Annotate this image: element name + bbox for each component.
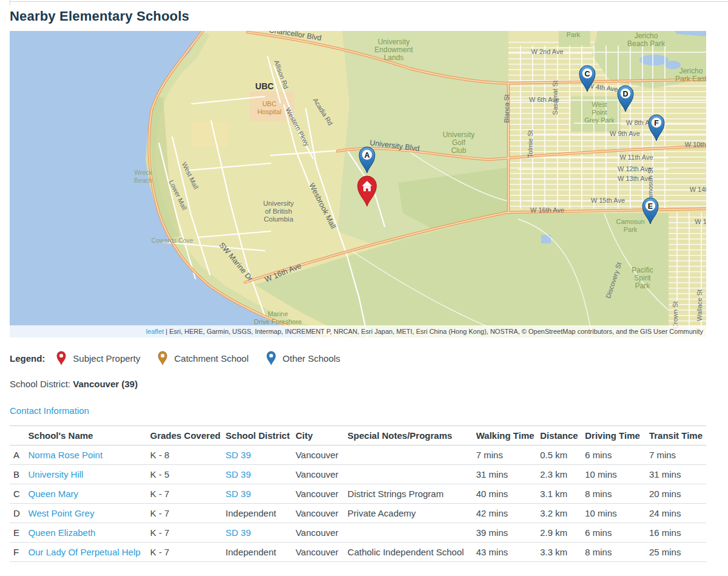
school-notes: Catholic Independent School — [348, 543, 476, 562]
column-header-grades-covered: Grades Covered — [150, 426, 226, 446]
map-label: Blanca St — [503, 94, 510, 123]
school-driving-time: 6 mins — [585, 523, 649, 543]
school-letter: A — [10, 446, 29, 465]
legend-item-catchment-school: Catchment School — [157, 350, 249, 366]
map-label: W 2nd Ave — [531, 48, 564, 55]
map-legend: Legend: Subject PropertyCatchment School… — [10, 350, 728, 366]
school-district-link[interactable]: SD 39 — [226, 489, 251, 499]
column-header-letter — [10, 426, 29, 446]
contact-information-link[interactable]: Contact Information — [10, 405, 89, 416]
school-district-link[interactable]: SD 39 — [226, 527, 251, 538]
column-header-city: City — [295, 426, 348, 446]
column-header-school-district: School District — [226, 426, 295, 446]
column-header-walking-time: Walking Time — [476, 426, 540, 446]
map-label: Crown St — [672, 301, 679, 328]
school-name-link[interactable]: Queen Elizabeth — [29, 527, 96, 538]
schools-table: School's NameGrades CoveredSchool Distri… — [10, 425, 706, 562]
page-title: Nearby Elementary Schools — [10, 8, 728, 24]
school-grades: K - 7 — [150, 484, 226, 504]
campus-block — [192, 122, 228, 146]
column-header-distance: Distance — [540, 426, 585, 446]
school-row-a: ANorma Rose PointK - 8SD 39Vancouver7 mi… — [10, 446, 706, 465]
school-city: Vancouver — [295, 484, 348, 504]
map-label: W 1 — [695, 218, 706, 225]
school-district-label: School District: — [10, 379, 73, 389]
school-grades: K - 7 — [150, 523, 226, 543]
column-header-school-s-name: School's Name — [29, 426, 150, 446]
map-label: W 11th Ave — [619, 154, 653, 161]
map-label: Sasamat St — [551, 81, 559, 115]
school-city: Vancouver — [295, 465, 348, 484]
jericho-pond — [639, 55, 669, 66]
legend-item-subject-property: Subject Property — [56, 350, 140, 366]
school-driving-time: 10 mins — [585, 504, 649, 523]
school-name-link[interactable]: Our Lady Of Perpetual Help — [29, 547, 141, 557]
svg-text:A: A — [364, 151, 369, 160]
school-city: Vancouver — [295, 523, 348, 543]
column-header-transit-time: Transit Time — [649, 426, 706, 446]
school-district-link[interactable]: SD 39 — [226, 450, 251, 460]
school-driving-time: 6 mins — [585, 446, 649, 465]
school-distance: 2.3 km — [540, 465, 585, 484]
school-letter: B — [10, 465, 29, 484]
school-letter: E — [10, 523, 29, 543]
school-walking-time: 7 mins — [476, 446, 540, 465]
school-transit-time: 20 mins — [649, 484, 706, 504]
school-distance: 3.2 km — [540, 504, 585, 523]
map-label: Tolmie St — [527, 130, 534, 157]
map-label: Wallace St — [696, 290, 703, 321]
map-label: W 9th Ave — [610, 130, 640, 137]
school-transit-time: 24 mins — [649, 504, 706, 523]
school-distance: 3.1 km — [540, 484, 585, 504]
legend-title: Legend: — [10, 353, 45, 364]
map-label: UBC — [255, 81, 274, 91]
school-transit-time: 7 mins — [649, 446, 706, 465]
legend-item-label: Catchment School — [174, 353, 249, 364]
school-district-link[interactable]: SD 39 — [226, 469, 251, 479]
schools-map[interactable]: Chancellor BlvdUniversityEndowmentLandsW… — [10, 31, 706, 337]
school-name-link[interactable]: Norma Rose Point — [29, 450, 103, 460]
leaflet-link[interactable]: leaflet — [146, 328, 164, 335]
school-notes — [348, 465, 476, 484]
map-label: JerichoPark East — [675, 67, 706, 83]
school-notes — [348, 523, 476, 543]
school-grades: K - 8 — [150, 446, 226, 465]
school-driving-time: 8 mins — [585, 484, 649, 504]
school-transit-time: 31 mins — [649, 465, 706, 484]
school-name-link[interactable]: Queen Mary — [29, 489, 79, 499]
school-notes — [348, 446, 476, 465]
school-city: Vancouver — [295, 446, 348, 465]
school-distance: 3.3 km — [540, 543, 585, 562]
school-driving-time: 10 mins — [585, 465, 649, 484]
subject-property-pin-icon — [56, 350, 67, 366]
school-walking-time: 42 mins — [476, 504, 540, 523]
school-distance: 0.5 km — [540, 446, 585, 465]
school-walking-time: 31 mins — [476, 465, 540, 484]
school-row-c: CQueen MaryK - 7SD 39VancouverDistrict S… — [10, 484, 706, 504]
map-attribution: leaflet | Esri, HERE, Garmin, USGS, Inte… — [10, 325, 706, 337]
column-header-driving-time: Driving Time — [585, 426, 649, 446]
school-letter: C — [10, 484, 29, 504]
attribution-text: Esri, HERE, Garmin, USGS, Intermap, INCR… — [169, 328, 703, 335]
school-name-link[interactable]: University Hill — [29, 469, 84, 479]
attribution-separator: | — [164, 328, 169, 335]
school-walking-time: 43 mins — [476, 543, 540, 562]
column-header-special-notes-programs: Special Notes/Programs — [348, 426, 476, 446]
map-label: W 15th Ave — [591, 197, 625, 204]
jericho-pond-2 — [665, 61, 681, 69]
map-label: Park — [567, 31, 581, 38]
svg-text:E: E — [648, 202, 653, 211]
map-label: Cowards Cove — [152, 237, 194, 244]
school-district-text: Independent — [226, 504, 295, 523]
map-label: Universityof BritishColumbia — [263, 200, 294, 223]
school-name-link[interactable]: West Point Grey — [29, 508, 95, 518]
other-schools-pin-icon — [266, 350, 277, 366]
map-label: W 10th A — [685, 141, 706, 148]
school-notes: District Strings Program — [348, 484, 476, 504]
school-row-e: EQueen ElizabethK - 7SD 39Vancouver39 mi… — [10, 523, 706, 543]
catchment-school-pin-icon — [157, 350, 168, 366]
school-distance: 2.9 km — [540, 523, 585, 543]
map-svg[interactable]: Chancellor BlvdUniversityEndowmentLandsW… — [10, 31, 706, 337]
school-driving-time: 8 mins — [585, 543, 649, 562]
school-district-value: Vancouver (39) — [73, 379, 138, 389]
